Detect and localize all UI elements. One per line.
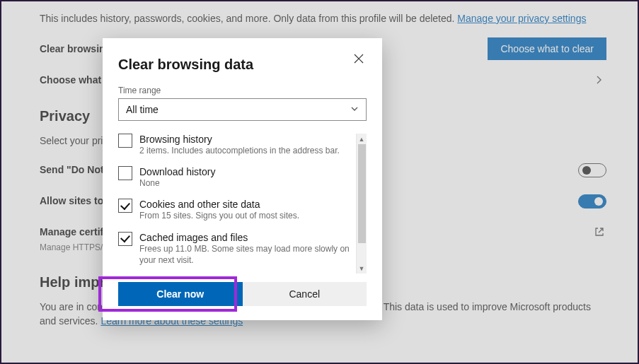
dialog-title: Clear browsing data <box>118 57 253 73</box>
option-row: Browsing history2 items. Includes autoco… <box>118 134 354 156</box>
option-title: Cookies and other site data <box>139 199 354 210</box>
option-desc: 2 items. Includes autocompletions in the… <box>139 145 354 156</box>
option-checkbox[interactable] <box>118 166 132 180</box>
option-desc: From 15 sites. Signs you out of most sit… <box>139 210 354 221</box>
dialog-header: Clear browsing data <box>118 51 367 86</box>
option-desc: None <box>139 177 354 189</box>
scroll-thumb[interactable] <box>358 144 366 243</box>
cancel-button[interactable]: Cancel <box>243 282 367 306</box>
option-title: Cached images and files <box>139 232 354 243</box>
option-row: Download historyNone <box>118 166 354 189</box>
option-body: Download historyNone <box>139 166 354 189</box>
option-checkbox[interactable] <box>118 134 132 148</box>
option-title: Download history <box>139 166 354 177</box>
close-icon[interactable] <box>351 51 367 66</box>
option-checkbox[interactable] <box>118 232 132 246</box>
option-body: Cached images and filesFrees up 11.0 MB.… <box>139 232 354 266</box>
option-body: Browsing history2 items. Includes autoco… <box>139 134 354 156</box>
clear-now-button[interactable]: Clear now <box>118 282 243 306</box>
chevron-down-icon <box>350 104 359 115</box>
dialog-actions: Clear now Cancel <box>118 282 367 306</box>
option-row: Cookies and other site dataFrom 15 sites… <box>118 199 354 221</box>
time-range-label: Time range <box>118 86 367 95</box>
option-body: Cookies and other site dataFrom 15 sites… <box>139 199 354 221</box>
scroll-up-icon[interactable]: ▲ <box>357 134 367 144</box>
option-desc: Frees up 11.0 MB. Some sites may load mo… <box>139 243 354 266</box>
scroll-down-icon[interactable]: ▼ <box>357 263 367 274</box>
clear-browsing-dialog: Clear browsing data Time range All time … <box>103 38 382 320</box>
scrollbar[interactable]: ▲ ▼ <box>356 134 367 274</box>
option-row: Cached images and filesFrees up 11.0 MB.… <box>118 232 354 266</box>
time-range-select[interactable]: All time <box>118 98 367 121</box>
option-checkbox[interactable] <box>118 199 132 213</box>
time-range-value: All time <box>126 104 159 115</box>
options-list: Browsing history2 items. Includes autoco… <box>118 134 367 274</box>
option-title: Browsing history <box>139 134 354 145</box>
